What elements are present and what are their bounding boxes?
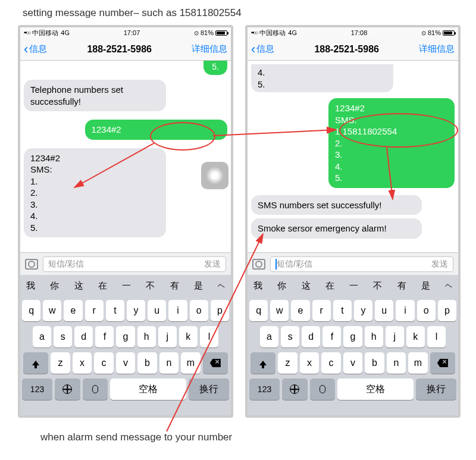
send-button[interactable]: 发送 [204, 259, 221, 270]
key-z[interactable]: z [278, 352, 298, 374]
key-v[interactable]: v [116, 352, 136, 374]
predictive-word[interactable]: 在 [98, 280, 107, 292]
camera-icon[interactable] [252, 259, 265, 270]
key-k[interactable]: k [406, 326, 425, 348]
delete-key[interactable] [203, 352, 228, 374]
message-received-partial: 4.5. [251, 64, 393, 92]
predictive-word[interactable]: 有 [397, 280, 406, 292]
key-x[interactable]: x [300, 352, 320, 374]
predictive-word[interactable]: 在 [325, 280, 334, 292]
key-x[interactable]: x [73, 352, 92, 374]
predictive-word[interactable]: 这 [74, 280, 83, 292]
predictive-word[interactable]: 不 [373, 280, 382, 292]
space-key[interactable]: 空格 [110, 378, 186, 400]
key-l[interactable]: l [200, 326, 218, 348]
key-f[interactable]: f [322, 326, 341, 348]
key-n[interactable]: n [387, 352, 406, 374]
predictive-bar[interactable]: 我 你 这 在 一 不 有 是 ヘ [20, 275, 231, 296]
shift-key[interactable] [23, 352, 48, 374]
key-a[interactable]: a [33, 326, 51, 348]
back-button[interactable]: ‹信息 [24, 43, 47, 55]
key-m[interactable]: m [181, 352, 201, 374]
key-u[interactable]: u [148, 300, 166, 321]
key-p[interactable]: p [438, 300, 456, 321]
mic-key[interactable] [83, 378, 108, 400]
shift-key[interactable] [250, 352, 275, 374]
key-n[interactable]: n [159, 352, 179, 374]
key-r[interactable]: r [312, 300, 331, 321]
predictive-word[interactable]: 一 [349, 280, 358, 292]
key-c[interactable]: c [94, 352, 114, 374]
key-e[interactable]: e [291, 300, 309, 321]
delete-key[interactable] [430, 352, 455, 374]
key-g[interactable]: g [343, 326, 362, 348]
key-i[interactable]: i [396, 300, 414, 321]
key-w[interactable]: w [43, 300, 61, 321]
key-o[interactable]: o [190, 300, 208, 321]
predictive-word[interactable]: 有 [170, 280, 179, 292]
space-key[interactable]: 空格 [337, 378, 414, 400]
details-button[interactable]: 详细信息 [419, 43, 455, 55]
back-button[interactable]: ‹信息 [251, 43, 274, 55]
predictive-word[interactable]: 是 [421, 280, 430, 292]
key-l[interactable]: l [427, 326, 446, 348]
key-t[interactable]: t [106, 300, 124, 321]
key-y[interactable]: y [354, 300, 372, 321]
key-q[interactable]: q [249, 300, 268, 321]
return-key[interactable]: 换行 [189, 378, 229, 400]
predictive-word[interactable]: 我 [253, 280, 262, 292]
globe-key[interactable] [55, 378, 80, 400]
key-g[interactable]: g [116, 326, 134, 348]
key-d[interactable]: d [302, 326, 320, 348]
message-input[interactable]: 短信/彩信 发送 [270, 256, 453, 272]
key-y[interactable]: y [127, 300, 145, 321]
mic-key[interactable] [310, 378, 336, 400]
key-q[interactable]: q [22, 300, 40, 321]
key-h[interactable]: h [365, 326, 383, 348]
predictive-word[interactable]: 我 [26, 280, 35, 292]
key-m[interactable]: m [408, 352, 428, 374]
key-z[interactable]: z [51, 352, 70, 374]
key-s[interactable]: s [281, 326, 299, 348]
key-t[interactable]: t [333, 300, 352, 321]
key-b[interactable]: b [137, 352, 157, 374]
return-key[interactable]: 换行 [416, 378, 456, 400]
key-s[interactable]: s [54, 326, 72, 348]
key-j[interactable]: j [158, 326, 177, 348]
key-f[interactable]: f [95, 326, 114, 348]
network-label: 4G [288, 29, 297, 36]
numeric-key[interactable]: 123 [249, 378, 280, 400]
key-j[interactable]: j [386, 326, 404, 348]
predictive-word[interactable]: 你 [50, 280, 59, 292]
predictive-word[interactable]: 一 [122, 280, 131, 292]
caret-up-icon[interactable]: ヘ [218, 281, 225, 291]
key-k[interactable]: k [179, 326, 198, 348]
numeric-key[interactable]: 123 [22, 378, 52, 400]
predictive-bar[interactable]: 我 你 这 在 一 不 有 是 ヘ [248, 275, 458, 296]
key-p[interactable]: p [211, 300, 229, 321]
back-label: 信息 [29, 43, 47, 55]
caret-up-icon[interactable]: ヘ [445, 281, 452, 291]
key-w[interactable]: w [270, 300, 289, 321]
predictive-word[interactable]: 你 [277, 280, 286, 292]
key-r[interactable]: r [85, 300, 104, 321]
camera-icon[interactable] [25, 259, 38, 270]
globe-key[interactable] [282, 378, 308, 400]
key-o[interactable]: o [417, 300, 436, 321]
predictive-word[interactable]: 是 [194, 280, 203, 292]
send-button[interactable]: 发送 [431, 259, 448, 270]
details-button[interactable]: 详细信息 [192, 43, 227, 55]
key-d[interactable]: d [74, 326, 93, 348]
key-h[interactable]: h [137, 326, 156, 348]
key-i[interactable]: i [168, 300, 187, 321]
key-c[interactable]: c [321, 352, 341, 374]
message-input[interactable]: 短信/彩信 发送 [43, 256, 226, 272]
key-b[interactable]: b [365, 352, 384, 374]
key-a[interactable]: a [260, 326, 278, 348]
key-u[interactable]: u [375, 300, 393, 321]
predictive-word[interactable]: 这 [302, 280, 311, 292]
key-e[interactable]: e [64, 300, 82, 321]
assistive-touch-icon[interactable] [201, 162, 228, 189]
predictive-word[interactable]: 不 [146, 280, 155, 292]
key-v[interactable]: v [343, 352, 363, 374]
